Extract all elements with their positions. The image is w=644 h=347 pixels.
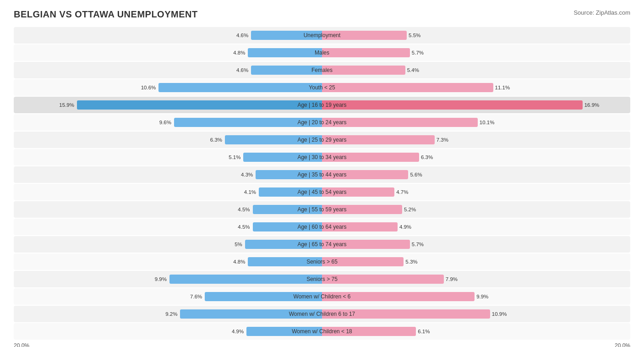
ottawa-bar [322, 135, 435, 144]
belgian-value: 9.9% [155, 276, 169, 282]
ottawa-bar [322, 170, 408, 179]
bar-left-section: 4.3% [14, 166, 322, 183]
belgian-value: 4.5% [238, 224, 251, 230]
belgian-bar [251, 31, 322, 40]
ottawa-bar [322, 257, 404, 266]
ottawa-value: 16.9% [583, 102, 600, 108]
ottawa-bar [322, 327, 416, 336]
bar-right-section: 5.4% [322, 62, 630, 78]
belgian-bar [174, 118, 322, 127]
ottawa-bar [322, 292, 475, 301]
bar-right-section: 5.6% [322, 166, 630, 183]
bar-row: 15.9%Age | 16 to 19 years16.9% [14, 97, 630, 113]
belgian-bar [251, 66, 322, 75]
ottawa-bar [322, 83, 493, 92]
bar-right-section: 5.7% [322, 236, 630, 253]
bar-right-section: 10.1% [322, 114, 630, 131]
ottawa-value: 5.4% [405, 67, 419, 73]
ottawa-bar [322, 31, 407, 40]
belgian-value: 4.9% [232, 329, 246, 334]
axis-left: 20.0% [14, 342, 322, 347]
ottawa-value: 10.1% [478, 120, 495, 125]
ottawa-bar [322, 240, 410, 249]
ottawa-value: 6.3% [419, 154, 433, 160]
belgian-value: 4.8% [233, 259, 247, 264]
ottawa-value: 10.9% [490, 311, 507, 317]
ottawa-value: 4.9% [398, 224, 411, 230]
bar-row: 4.8%Males5.7% [14, 44, 630, 61]
axis-right: 20.0% [322, 342, 630, 347]
bar-right-section: 4.9% [322, 219, 630, 235]
ottawa-value: 7.9% [444, 276, 458, 282]
bar-right-section: 7.9% [322, 271, 630, 287]
bar-right-section: 5.2% [322, 201, 630, 218]
bar-left-section: 9.6% [14, 114, 322, 131]
bar-row: 4.6%Unemployment5.5% [14, 27, 630, 44]
bar-left-section: 4.6% [14, 62, 322, 78]
belgian-bar [253, 222, 322, 231]
ottawa-bar [322, 48, 410, 57]
chart-header: BELGIAN VS OTTAWA UNEMPLOYMENT Source: Z… [14, 9, 630, 20]
belgian-value: 4.3% [241, 172, 255, 177]
ottawa-value: 4.7% [394, 189, 408, 195]
bar-row: 4.8%Seniors > 655.3% [14, 253, 630, 270]
bars-area: 4.6%Unemployment5.5%4.8%Males5.7%4.6%Fem… [14, 27, 630, 340]
belgian-bar [225, 135, 322, 144]
bar-left-section: 10.6% [14, 79, 322, 96]
belgian-value: 4.5% [238, 207, 251, 212]
ottawa-bar [322, 205, 402, 214]
bar-left-section: 5.1% [14, 149, 322, 165]
bar-right-section: 5.7% [322, 44, 630, 61]
ottawa-bar [322, 66, 405, 75]
chart-source: Source: ZipAtlas.com [573, 9, 630, 16]
ottawa-value: 5.2% [402, 207, 416, 212]
bar-row: 10.6%Youth < 2511.1% [14, 79, 630, 96]
bar-row: 4.9%Women w/ Children < 186.1% [14, 323, 630, 340]
bar-left-section: 4.8% [14, 253, 322, 270]
bar-left-section: 4.8% [14, 44, 322, 61]
bar-row: 7.6%Women w/ Children < 69.9% [14, 288, 630, 305]
ottawa-value: 6.1% [416, 329, 430, 334]
belgian-value: 7.6% [190, 294, 204, 299]
bar-row: 9.9%Seniors > 757.9% [14, 271, 630, 287]
bar-left-section: 4.9% [14, 323, 322, 340]
ottawa-value: 7.3% [435, 137, 448, 143]
belgian-value: 6.3% [210, 137, 224, 143]
chart-container: BELGIAN VS OTTAWA UNEMPLOYMENT Source: Z… [0, 0, 644, 347]
bar-right-section: 6.1% [322, 323, 630, 340]
bar-left-section: 4.5% [14, 219, 322, 235]
belgian-bar [253, 205, 322, 214]
belgian-bar [180, 309, 322, 319]
bar-right-section: 6.3% [322, 149, 630, 165]
belgian-value: 4.8% [233, 50, 247, 55]
belgian-bar [256, 170, 322, 179]
ottawa-value: 5.7% [410, 50, 424, 55]
belgian-value: 4.1% [244, 189, 258, 195]
ottawa-bar [322, 275, 444, 284]
belgian-value: 4.6% [236, 67, 250, 73]
bar-left-section: 4.5% [14, 201, 322, 218]
ottawa-value: 5.3% [404, 259, 417, 264]
bar-left-section: 4.1% [14, 184, 322, 200]
belgian-value: 5.1% [229, 154, 242, 160]
belgian-bar [77, 100, 322, 110]
bar-right-section: 5.5% [322, 27, 630, 44]
ottawa-value: 5.6% [408, 172, 422, 177]
belgian-value: 4.6% [236, 33, 250, 38]
bar-left-section: 9.2% [14, 306, 322, 322]
bar-row: 9.2%Women w/ Children 6 to 1710.9% [14, 306, 630, 322]
bar-left-section: 6.3% [14, 132, 322, 148]
bar-row: 9.6%Age | 20 to 24 years10.1% [14, 114, 630, 131]
bar-row: 4.1%Age | 45 to 54 years4.7% [14, 184, 630, 200]
bar-row: 5.1%Age | 30 to 34 years6.3% [14, 149, 630, 165]
ottawa-bar [322, 153, 419, 162]
ottawa-value: 5.7% [410, 242, 424, 247]
belgian-bar [205, 292, 322, 301]
bar-right-section: 11.1% [322, 79, 630, 96]
bar-right-section: 10.9% [322, 306, 630, 322]
bar-row: 5%Age | 65 to 74 years5.7% [14, 236, 630, 253]
bar-left-section: 9.9% [14, 271, 322, 287]
belgian-bar [169, 275, 322, 284]
bar-row: 6.3%Age | 25 to 29 years7.3% [14, 132, 630, 148]
belgian-value: 9.6% [159, 120, 173, 125]
